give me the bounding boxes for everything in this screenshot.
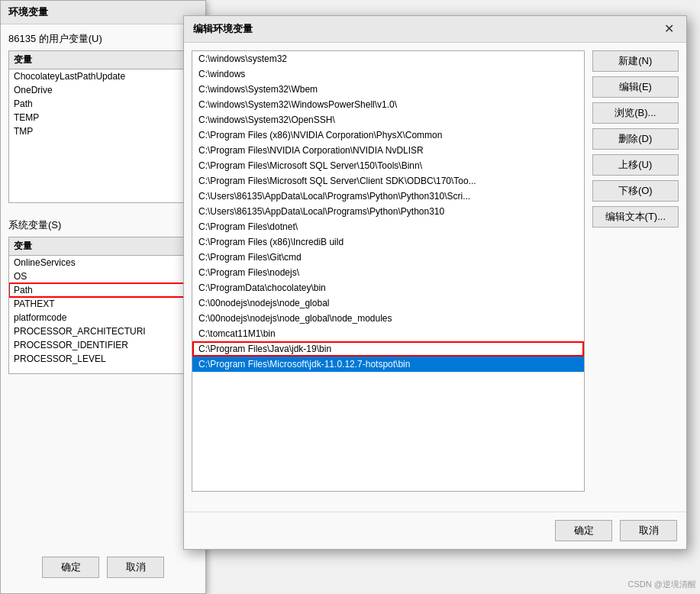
new-button[interactable]: 新建(N) [592, 50, 679, 72]
path-list-item[interactable]: C:\windows [192, 66, 584, 82]
path-list-rows: C:\windows\system32C:\windowsC:\windows\… [192, 51, 584, 372]
env-ok-button[interactable]: 确定 [42, 557, 99, 578]
path-list-item[interactable]: C:\Program Files\nodejs\ [192, 265, 584, 280]
dialog-title: 编辑环境变量 [193, 22, 253, 36]
path-list-item[interactable]: C:\Program Files\Microsoft SQL Server\15… [192, 158, 584, 173]
edit-env-dialog: 编辑环境变量 ✕ C:\windows\system32C:\windowsC:… [183, 15, 687, 550]
path-list-item[interactable]: C:\windows\System32\OpenSSH\ [192, 112, 584, 128]
dialog-bottom-buttons: 确定 取消 [184, 512, 686, 549]
path-list-item[interactable]: C:\Program Files\dotnet\ [192, 219, 584, 234]
user-var-row[interactable]: OneDrive [9, 83, 197, 97]
user-vars-rows: ChocolateyLastPathUpdateOneDrivePathTEMP… [9, 69, 197, 138]
sys-vars-label: 系统变量(S) [8, 218, 198, 232]
path-list-item[interactable]: C:\tomcat11M1\bin [192, 326, 584, 341]
path-list-item[interactable]: C:\Program Files\Java\jdk-19\bin [192, 341, 584, 357]
path-list-item[interactable]: C:\Program Files\Microsoft\jdk-11.0.12.7… [192, 357, 584, 372]
path-list-item[interactable]: C:\ProgramData\chocolatey\bin [192, 280, 584, 295]
path-list-item[interactable]: C:\Program Files (x86)\IncrediB uild [192, 234, 584, 250]
browse-button[interactable]: 浏览(B)... [592, 102, 679, 124]
watermark: CSDN @逆境清醒 [628, 579, 696, 590]
env-window-bottom-buttons: 确定 取消 [1, 549, 205, 586]
path-list-item[interactable]: C:\Program Files (x86)\NVIDIA Corporatio… [192, 128, 584, 143]
sys-vars-rows: OnlineServicesOSPathPATHEXTplatformcodeP… [9, 256, 197, 366]
move-up-button[interactable]: 上移(U) [592, 154, 679, 176]
delete-button[interactable]: 删除(D) [592, 128, 679, 150]
path-list-container[interactable]: C:\windows\system32C:\windowsC:\windows\… [192, 50, 585, 492]
path-list-item[interactable]: C:\Program Files\Microsoft SQL Server\Cl… [192, 173, 584, 189]
sys-var-row[interactable]: PROCESSOR_IDENTIFIER [9, 338, 197, 352]
path-list-item[interactable]: C:\Users\86135\AppData\Local\Programs\Py… [192, 204, 584, 219]
user-var-row[interactable]: ChocolateyLastPathUpdate [9, 69, 197, 83]
env-cancel-button[interactable]: 取消 [107, 557, 164, 578]
user-vars-label: 86135 的用户变量(U) [8, 32, 198, 46]
path-list-item[interactable]: C:\00nodejs\nodejs\node_global\node_modu… [192, 311, 584, 326]
edit-button[interactable]: 编辑(E) [592, 76, 679, 98]
sys-var-row[interactable]: PATHEXT [9, 297, 197, 311]
path-list-item[interactable]: C:\windows\System32\WindowsPowerShell\v1… [192, 97, 584, 112]
user-var-row[interactable]: TEMP [9, 111, 197, 124]
path-list-item[interactable]: C:\windows\System32\Wbem [192, 82, 584, 97]
sys-var-row[interactable]: OS [9, 270, 197, 283]
sys-var-row[interactable]: OnlineServices [9, 256, 197, 270]
dialog-right-buttons: 新建(N) 编辑(E) 浏览(B)... 删除(D) 上移(U) 下移(O) 编… [592, 50, 679, 492]
dialog-titlebar: 编辑环境变量 ✕ [184, 16, 686, 43]
path-list-item[interactable]: C:\Program Files\NVIDIA Corporation\NVID… [192, 143, 584, 158]
path-list-item[interactable]: C:\windows\system32 [192, 51, 584, 66]
dialog-ok-button[interactable]: 确定 [555, 520, 612, 541]
sys-var-row[interactable]: platformcode [9, 311, 197, 324]
dialog-cancel-button[interactable]: 取消 [620, 520, 677, 541]
sys-vars-section: 系统变量(S) 变量 OnlineServicesOSPathPATHEXTpl… [1, 211, 205, 382]
env-window-title: 环境变量 [1, 1, 205, 24]
sys-var-row[interactable]: PROCESSOR_ARCHITECTURI [9, 324, 197, 338]
user-vars-table: 变量 ChocolateyLastPathUpdateOneDrivePathT… [8, 50, 198, 203]
path-list-item[interactable]: C:\Users\86135\AppData\Local\Programs\Py… [192, 189, 584, 204]
user-var-row[interactable]: Path [9, 97, 197, 111]
env-variables-window: 环境变量 86135 的用户变量(U) 变量 ChocolateyLastPat… [0, 0, 206, 594]
edit-text-button[interactable]: 编辑文本(T)... [592, 206, 679, 228]
path-list-item[interactable]: C:\00nodejs\nodejs\node_global [192, 295, 584, 311]
user-vars-header: 变量 [9, 51, 197, 69]
sys-var-row[interactable]: PROCESSOR_LEVEL [9, 352, 197, 366]
dialog-content: C:\windows\system32C:\windowsC:\windows\… [184, 43, 686, 499]
sys-var-row[interactable]: Path [9, 283, 197, 297]
move-down-button[interactable]: 下移(O) [592, 180, 679, 202]
close-button[interactable]: ✕ [661, 23, 677, 35]
path-list-item[interactable]: C:\Program Files\Git\cmd [192, 250, 584, 265]
user-var-row[interactable]: TMP [9, 124, 197, 138]
user-vars-section: 86135 的用户变量(U) 变量 ChocolateyLastPathUpda… [1, 24, 205, 211]
sys-vars-header: 变量 [9, 237, 197, 256]
sys-vars-table: 变量 OnlineServicesOSPathPATHEXTplatformco… [8, 237, 198, 374]
